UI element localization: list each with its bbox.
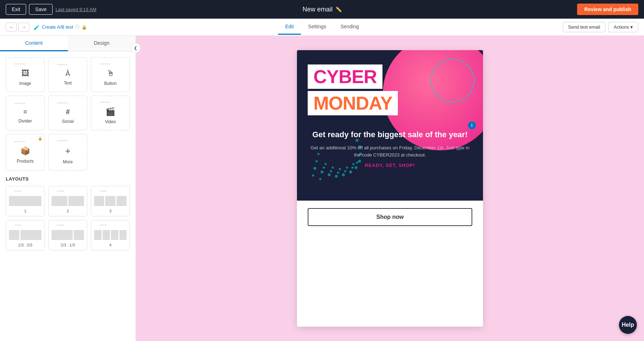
layout-2-3-1-3-label: 2/3 : 1/3 — [61, 243, 75, 247]
block-text[interactable]: Ā Text — [48, 57, 87, 92]
layout-3[interactable]: 3 — [91, 186, 130, 216]
panel-body: 🖼 Image Ā Text 🖱 Button — [0, 52, 136, 341]
actions-button[interactable]: Actions ▾ — [608, 22, 638, 32]
collapse-panel-button[interactable]: ❮ — [131, 43, 141, 53]
send-test-email-button[interactable]: Send test email — [563, 22, 606, 32]
top-bar-left: Exit Save Last saved 9:13 AM — [6, 4, 96, 15]
social-block-label: Social — [62, 119, 74, 124]
layout-2-label: 2 — [67, 209, 69, 213]
svg-point-5 — [335, 175, 338, 178]
ab-test-info-icon: ⓘ — [75, 24, 79, 30]
ab-test-label: Create A/B test — [42, 24, 73, 30]
ab-test-button[interactable]: 🧪 Create A/B test ⓘ 🔒 — [34, 24, 87, 30]
email-hero: CYBER MONDAY i Get ready for the biggest… — [297, 50, 483, 201]
hero-subtext: Get an additional 10% off all purchases … — [308, 144, 472, 159]
top-bar-center: New email ✏️ — [302, 6, 341, 13]
hero-cta-text: READY, SET, SHOP! — [308, 163, 472, 168]
email-preview: CYBER MONDAY i Get ready for the biggest… — [297, 50, 483, 327]
main-content: Content Design 🖼 Image Ā Text — [0, 36, 644, 341]
shop-now-section: Shop now — [297, 201, 483, 233]
redo-button[interactable]: → — [18, 23, 29, 32]
review-publish-button[interactable]: Review and publish — [577, 4, 638, 15]
undo-button[interactable]: ← — [6, 23, 17, 32]
products-block-label: Products — [17, 159, 34, 164]
image-block-icon: 🖼 — [21, 69, 29, 78]
tab-sending[interactable]: Sending — [333, 19, 366, 35]
cyber-text: CYBER — [313, 66, 377, 87]
button-block-icon: 🖱 — [107, 69, 114, 78]
layout-2[interactable]: 2 — [48, 186, 87, 216]
block-grid: 🖼 Image Ā Text 🖱 Button — [6, 57, 130, 170]
help-button[interactable]: Help — [619, 316, 637, 334]
block-divider[interactable]: ≡ Divider — [6, 96, 45, 130]
products-block-icon: 📦 — [20, 147, 30, 156]
tab-content[interactable]: Content — [0, 36, 68, 51]
block-more[interactable]: + More — [48, 134, 87, 170]
layout-3-label: 3 — [109, 209, 111, 213]
shop-now-button[interactable]: Shop now — [308, 208, 472, 226]
tab-settings[interactable]: Settings — [301, 19, 333, 35]
more-block-icon: + — [65, 145, 70, 157]
sub-bar: ← → 🧪 Create A/B test ⓘ 🔒 Edit Settings … — [0, 19, 644, 36]
exit-button[interactable]: Exit — [6, 4, 26, 15]
canvas-area: CYBER MONDAY i Get ready for the biggest… — [136, 36, 644, 341]
tab-design[interactable]: Design — [68, 36, 136, 51]
layout-1-label: 1 — [24, 209, 26, 213]
layout-2-3-1-3[interactable]: 2/3 : 1/3 — [48, 220, 87, 250]
actions-label: Actions — [614, 24, 629, 30]
block-social[interactable]: # Social — [48, 96, 87, 130]
save-button[interactable]: Save — [29, 4, 53, 15]
block-products[interactable]: 🔒 📦 Products — [6, 134, 45, 170]
divider-block-label: Divider — [19, 119, 32, 124]
more-block-label: More — [63, 159, 73, 164]
hero-body-section: Get ready for the biggest sale of the ye… — [297, 123, 483, 175]
left-panel: Content Design 🖼 Image Ā Text — [0, 36, 136, 341]
top-bar: Exit Save Last saved 9:13 AM New email ✏… — [0, 0, 644, 19]
email-title: New email — [302, 6, 332, 13]
image-block-label: Image — [19, 81, 31, 86]
layout-1[interactable]: 1 — [6, 186, 45, 216]
hero-headline: Get ready for the biggest sale of the ye… — [308, 130, 472, 140]
button-block-label: Button — [104, 81, 117, 86]
divider-block-icon: ≡ — [23, 108, 27, 116]
ab-test-icon: 🧪 — [34, 24, 40, 30]
layout-grid: 1 2 3 1/3 : 2/3 — [6, 186, 130, 250]
products-lock-icon: 🔒 — [38, 136, 42, 140]
sub-bar-right: Send test email Actions ▾ — [563, 22, 638, 32]
nav-tabs: Edit Settings Sending — [278, 19, 366, 35]
actions-chevron-icon: ▾ — [630, 24, 633, 30]
layout-1-3-2-3[interactable]: 1/3 : 2/3 — [6, 220, 45, 250]
text-block-icon: Ā — [65, 69, 70, 78]
ab-test-lock-icon: 🔒 — [82, 25, 87, 30]
block-button[interactable]: 🖱 Button — [91, 57, 130, 92]
block-video[interactable]: 🎬 Video — [91, 96, 130, 130]
tab-edit[interactable]: Edit — [278, 19, 301, 35]
video-block-label: Video — [105, 119, 116, 124]
panel-tabs: Content Design — [0, 36, 136, 52]
layout-4-label: 4 — [109, 243, 111, 247]
sub-bar-left: ← → 🧪 Create A/B test ⓘ 🔒 — [6, 23, 87, 32]
layout-4[interactable]: 4 — [91, 220, 130, 250]
text-block-label: Text — [64, 81, 72, 86]
layouts-section-title: LAYOUTS — [6, 176, 130, 182]
block-image[interactable]: 🖼 Image — [6, 57, 45, 92]
edit-title-icon[interactable]: ✏️ — [336, 6, 342, 12]
monday-text: MONDAY — [313, 93, 392, 114]
undo-redo-group: ← → — [6, 23, 29, 32]
layout-1-3-2-3-label: 1/3 : 2/3 — [18, 243, 33, 247]
social-block-icon: # — [66, 108, 70, 116]
last-saved-text[interactable]: Last saved 9:13 AM — [55, 7, 96, 12]
video-block-icon: 🎬 — [106, 107, 115, 116]
svg-point-27 — [319, 178, 321, 180]
